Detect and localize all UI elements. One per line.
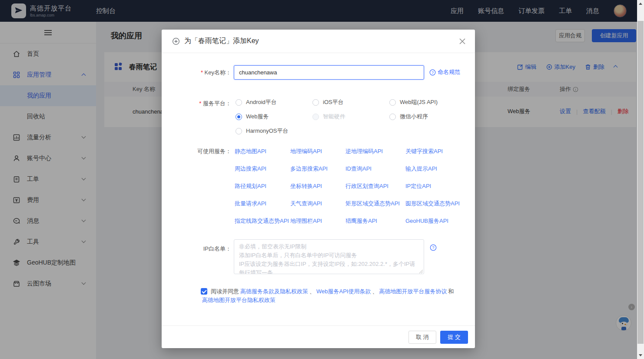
plus-circle-icon [172, 37, 180, 45]
service-link[interactable]: 行政区划查询API [345, 182, 405, 191]
service-link[interactable]: 周边搜索API [235, 164, 290, 173]
radio-smart-hardware: 智能硬件 [312, 112, 389, 121]
svg-text:?: ? [432, 245, 434, 250]
close-icon[interactable] [458, 37, 466, 45]
agreement-prefix: 阅读并同意 [211, 288, 239, 295]
key-name-label: Key名称： [162, 68, 231, 77]
privacy-policy-link[interactable]: 高德地图开放平台隐私权政策 [202, 297, 276, 303]
add-key-modal: 为「春雨笔记」添加Key Key名称： ? 命名规范 服务平台： Android… [162, 30, 475, 348]
radio-android[interactable]: Android平台 [236, 98, 312, 107]
service-link[interactable]: 天气查询API [290, 199, 345, 208]
services-label: 可使用服务： [162, 147, 231, 156]
radio-icon [389, 99, 396, 106]
modal-title: 为「春雨笔记」添加Key [184, 37, 259, 46]
naming-rules-link[interactable]: ? 命名规范 [429, 68, 460, 76]
service-link[interactable]: 圆形区域交通态势API [405, 199, 462, 208]
radio-icon [389, 114, 396, 120]
ip-whitelist-textarea[interactable] [234, 239, 424, 274]
radio-icon [236, 99, 242, 106]
question-circle-icon: ? [429, 69, 436, 76]
radio-web-service[interactable]: Web服务 [236, 112, 312, 121]
key-name-input[interactable] [234, 65, 424, 80]
service-link[interactable]: 多边形搜索API [290, 164, 345, 173]
radio-checked-icon [236, 114, 242, 120]
scrollbar-down-arrow[interactable] [639, 354, 642, 356]
service-link[interactable]: 地理编码API [290, 147, 345, 156]
svg-text:?: ? [432, 70, 434, 74]
service-link[interactable]: 地理围栏API [290, 217, 345, 225]
service-link[interactable]: 矩形区域交通态势API [345, 199, 405, 208]
scrollbar-up-arrow[interactable] [639, 3, 642, 5]
radio-web-jsapi[interactable]: Web端(JS API) [389, 98, 466, 107]
scrollbar[interactable] [637, 0, 644, 359]
service-link[interactable]: 指定线路交通态势API [235, 217, 290, 225]
radio-wechat-miniprogram[interactable]: 微信小程序 [389, 112, 466, 121]
radio-harmonyos[interactable]: HarmonyOS平台 [236, 127, 312, 135]
cancel-button[interactable]: 取 消 [408, 331, 436, 344]
service-link[interactable]: IP定位API [405, 182, 462, 191]
service-link[interactable]: 猎鹰服务API [345, 217, 405, 225]
services-links: 静态地图API 地理编码API 逆地理编码API 关键字搜索API 周边搜索AP… [235, 147, 462, 225]
platform-agreement-link[interactable]: 高德地图开放平台服务协议 [379, 288, 447, 295]
service-link[interactable]: GeoHUB服务API [405, 217, 462, 225]
service-link[interactable]: 静态地图API [235, 147, 290, 156]
ip-help-icon[interactable]: ? [430, 244, 437, 252]
webapi-terms-link[interactable]: Web服务API使用条款 [316, 288, 371, 295]
radio-ios[interactable]: iOS平台 [312, 98, 389, 107]
service-link[interactable]: 关键字搜索API [405, 147, 462, 156]
agreement-row: 阅读并同意高德服务条款及隐私权政策、Web服务API使用条款、高德地图开放平台服… [201, 287, 458, 305]
platform-label: 服务平台： [162, 99, 231, 108]
platform-radio-group: Android平台 iOS平台 Web端(JS API) Web服务 智能硬件 … [236, 98, 466, 135]
submit-button[interactable]: 提 交 [440, 331, 468, 344]
ip-whitelist-label: IP白名单： [162, 245, 231, 253]
service-link[interactable]: 批量请求API [235, 199, 290, 208]
service-link[interactable]: 坐标转换API [290, 182, 345, 191]
radio-icon [312, 99, 319, 106]
service-link[interactable]: 逆地理编码API [345, 147, 405, 156]
service-link[interactable]: 输入提示API [405, 164, 462, 173]
agreement-checkbox-checked[interactable] [201, 288, 207, 295]
radio-disabled-icon [312, 114, 319, 120]
scrollbar-thumb[interactable] [637, 21, 644, 344]
service-link[interactable]: ID查询API [345, 164, 405, 173]
service-link[interactable]: 路径规划API [235, 182, 290, 191]
terms-link[interactable]: 高德服务条款及隐私权政策 [240, 288, 308, 295]
radio-icon [236, 128, 242, 134]
